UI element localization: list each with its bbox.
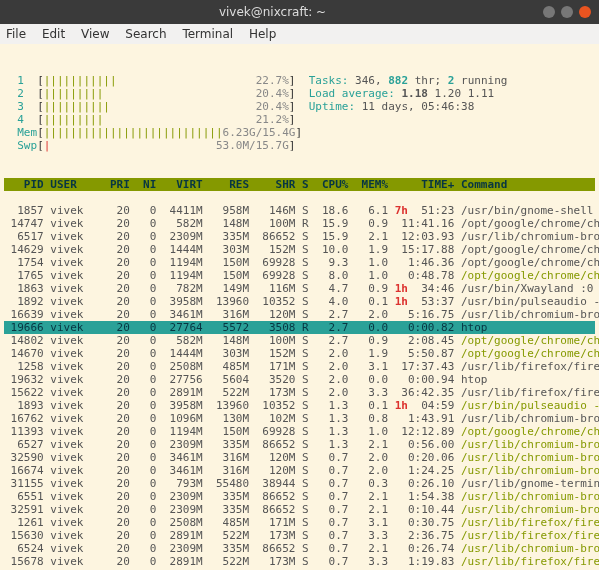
process-row[interactable]: 1261 vivek 20 0 2508M 485M 171M S 0.7 3.… (4, 516, 595, 529)
process-row[interactable]: 19632 vivek 20 0 27756 5604 3520 S 2.0 0… (4, 373, 595, 386)
process-row[interactable]: 1893 vivek 20 0 3958M 13960 10352 S 1.3 … (4, 399, 595, 412)
process-row[interactable]: 32590 vivek 20 0 3461M 316M 120M S 0.7 2… (4, 451, 595, 464)
process-row[interactable]: 15678 vivek 20 0 2891M 522M 173M S 0.7 3… (4, 555, 595, 568)
menu-view[interactable]: View (81, 27, 109, 41)
window-titlebar: vivek@nixcraft: ~ (0, 0, 599, 24)
maximize-icon[interactable] (561, 6, 573, 18)
process-row[interactable]: 32591 vivek 20 0 2309M 335M 86652 S 0.7 … (4, 503, 595, 516)
process-row[interactable]: 16674 vivek 20 0 3461M 316M 120M S 0.7 2… (4, 464, 595, 477)
process-row[interactable]: 15622 vivek 20 0 2891M 522M 173M S 2.0 3… (4, 386, 595, 399)
menu-terminal[interactable]: Terminal (182, 27, 233, 41)
process-row[interactable]: 6524 vivek 20 0 2309M 335M 86652 S 0.7 2… (4, 542, 595, 555)
process-row[interactable]: 6517 vivek 20 0 2309M 335M 86652 S 15.9 … (4, 230, 595, 243)
process-row[interactable]: 31155 vivek 20 0 793M 55480 38944 S 0.7 … (4, 477, 595, 490)
meters: 1 [||||||||||| 22.7%] Tasks: 346, 882 th… (4, 61, 595, 165)
process-row[interactable]: 19666 vivek 20 0 27764 5572 3508 R 2.7 0… (4, 321, 595, 334)
process-row[interactable]: 1892 vivek 20 0 3958M 13960 10352 S 4.0 … (4, 295, 595, 308)
menu-file[interactable]: File (6, 27, 26, 41)
terminal[interactable]: 1 [||||||||||| 22.7%] Tasks: 346, 882 th… (0, 44, 599, 570)
menu-edit[interactable]: Edit (42, 27, 65, 41)
process-row[interactable]: 1754 vivek 20 0 1194M 150M 69928 S 9.3 1… (4, 256, 595, 269)
process-row[interactable]: 1857 vivek 20 0 4411M 958M 146M S 18.6 6… (4, 204, 595, 217)
window-title: vivek@nixcraft: ~ (8, 5, 537, 19)
process-row[interactable]: 14670 vivek 20 0 1444M 303M 152M S 2.0 1… (4, 347, 595, 360)
process-list[interactable]: 1857 vivek 20 0 4411M 958M 146M S 18.6 6… (4, 204, 595, 570)
menu-help[interactable]: Help (249, 27, 276, 41)
process-row[interactable]: 1863 vivek 20 0 782M 149M 116M S 4.7 0.9… (4, 282, 595, 295)
minimize-icon[interactable] (543, 6, 555, 18)
process-row[interactable]: 14747 vivek 20 0 582M 148M 100M R 15.9 0… (4, 217, 595, 230)
process-row[interactable]: 16762 vivek 20 0 1096M 130M 102M S 1.3 0… (4, 412, 595, 425)
close-icon[interactable] (579, 6, 591, 18)
process-row[interactable]: 14802 vivek 20 0 582M 148M 100M S 2.7 0.… (4, 334, 595, 347)
process-header[interactable]: PID USER PRI NI VIRT RES SHR S CPU% MEM%… (4, 178, 595, 191)
process-row[interactable]: 14629 vivek 20 0 1444M 303M 152M S 10.0 … (4, 243, 595, 256)
process-row[interactable]: 1258 vivek 20 0 2508M 485M 171M S 2.0 3.… (4, 360, 595, 373)
process-row[interactable]: 15630 vivek 20 0 2891M 522M 173M S 0.7 3… (4, 529, 595, 542)
process-row[interactable]: 6527 vivek 20 0 2309M 335M 86652 S 1.3 2… (4, 438, 595, 451)
menubar: File Edit View Search Terminal Help (0, 24, 599, 44)
process-row[interactable]: 6551 vivek 20 0 2309M 335M 86652 S 0.7 2… (4, 490, 595, 503)
process-row[interactable]: 1765 vivek 20 0 1194M 150M 69928 S 8.0 1… (4, 269, 595, 282)
process-row[interactable]: 11393 vivek 20 0 1194M 150M 69928 S 1.3 … (4, 425, 595, 438)
menu-search[interactable]: Search (125, 27, 166, 41)
process-row[interactable]: 16639 vivek 20 0 3461M 316M 120M S 2.7 2… (4, 308, 595, 321)
